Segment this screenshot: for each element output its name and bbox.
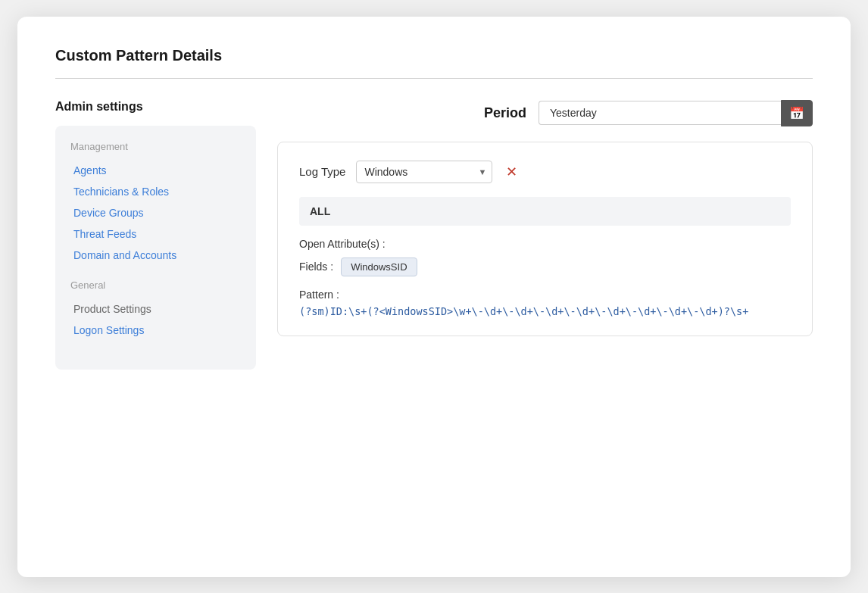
fields-label: Fields : [299, 261, 333, 273]
pattern-row: Pattern : (?sm)ID:\s+(?<WindowsSID>\w+\-… [299, 289, 791, 317]
log-type-row: Log Type Windows ✕ [299, 161, 791, 183]
sidebar: Management Agents Technicians & Roles De… [55, 126, 256, 370]
all-badge-row: ALL [299, 197, 791, 226]
log-type-select[interactable]: Windows [356, 161, 492, 183]
sidebar-item-device-groups[interactable]: Device Groups [67, 202, 244, 223]
sidebar-item-logon-settings[interactable]: Logon Settings [67, 320, 244, 341]
sidebar-item-threat-feeds[interactable]: Threat Feeds [67, 223, 244, 245]
period-input[interactable] [539, 101, 781, 125]
main-area: Period 📅 Log Type Windows [277, 100, 813, 336]
top-bar: Period 📅 [277, 100, 813, 126]
clear-button[interactable]: ✕ [503, 164, 520, 180]
left-column: Admin settings Management Agents Technic… [55, 100, 256, 370]
sidebar-item-domain-accounts[interactable]: Domain and Accounts [67, 245, 244, 266]
page-title: Custom Pattern Details [55, 47, 813, 64]
sidebar-item-technicians[interactable]: Technicians & Roles [67, 181, 244, 202]
main-card: Log Type Windows ✕ ALL Open Attribute(s)… [277, 142, 813, 336]
open-attributes-label: Open Attribute(s) : [299, 238, 386, 250]
sidebar-item-product-settings: Product Settings [67, 298, 244, 320]
log-type-select-wrapper: Windows [356, 161, 492, 183]
log-type-label: Log Type [299, 165, 345, 178]
period-label: Period [484, 105, 526, 121]
management-section: Management Agents Technicians & Roles De… [67, 141, 244, 266]
content-layout: Admin settings Management Agents Technic… [55, 100, 813, 370]
field-tag: WindowsSID [341, 257, 417, 276]
general-label: General [67, 279, 244, 291]
pattern-value: (?sm)ID:\s+(?<WindowsSID>\w+\-\d+\-\d+\-… [299, 305, 748, 317]
period-input-wrap: 📅 [539, 100, 813, 126]
sidebar-item-agents[interactable]: Agents [67, 160, 244, 181]
pattern-label: Pattern : [299, 289, 339, 301]
all-badge: ALL [310, 205, 330, 217]
attributes-row: Open Attribute(s) : [299, 238, 791, 250]
divider [55, 78, 813, 79]
general-section: General Product Settings Logon Settings [67, 279, 244, 341]
admin-settings-label: Admin settings [55, 100, 256, 114]
main-window: Custom Pattern Details Admin settings Ma… [17, 17, 851, 577]
management-label: Management [67, 141, 244, 152]
fields-row: Fields : WindowsSID [299, 257, 791, 276]
calendar-button[interactable]: 📅 [781, 100, 813, 126]
calendar-icon: 📅 [789, 106, 804, 120]
